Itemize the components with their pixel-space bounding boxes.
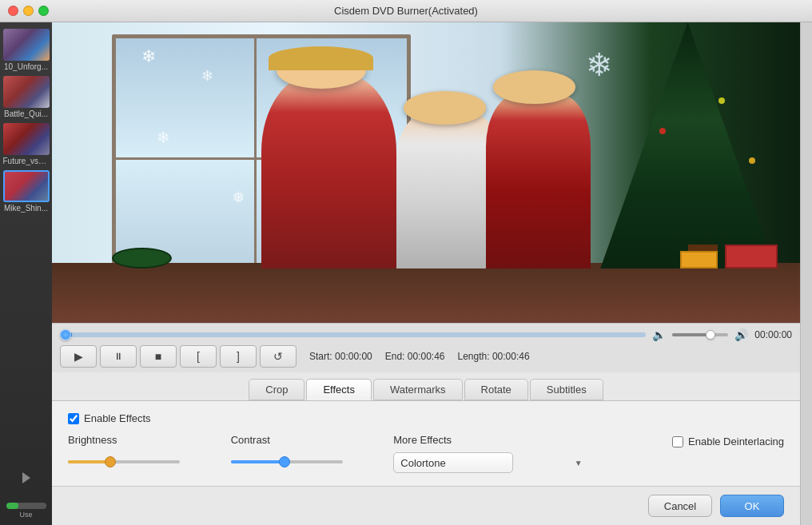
right-scrollbar[interactable] [800, 22, 812, 525]
gift-1 [725, 245, 778, 268]
select-arrow-icon: ▼ [575, 459, 583, 467]
stop-button[interactable]: ■ [140, 345, 177, 368]
main-container: 10_Unforg... Battle_Qui... Future_vs_...… [0, 22, 812, 525]
brightness-thumb[interactable] [105, 456, 116, 467]
tab-effects[interactable]: Effects [306, 379, 372, 400]
loop-icon: ↺ [273, 350, 283, 363]
effects-row: Brightness Contrast More Eff [68, 434, 784, 473]
close-button[interactable] [8, 6, 18, 16]
volume-plus-icon[interactable]: 🔊 [734, 328, 748, 341]
cancel-button[interactable]: Cancel [648, 495, 712, 517]
footer-buttons: Cancel OK [52, 486, 800, 525]
enable-effects-label: Enable Effects [84, 412, 151, 424]
brightness-slider[interactable] [68, 460, 180, 463]
maximize-button[interactable] [38, 6, 49, 16]
button-row: ▶ ⏸ ■ [ ] ↺ Start: 00:00:00 [60, 345, 792, 368]
scene-person3 [486, 94, 591, 268]
ornament-2 [659, 128, 666, 134]
scene-tree [591, 22, 785, 268]
scene-person3-head [493, 70, 575, 103]
snowflake-4: ❄ [157, 128, 170, 147]
thumbnail-label-3: Mike_Shin... [3, 204, 50, 213]
brightness-group: Brightness [68, 434, 231, 463]
contrast-thumb[interactable] [279, 456, 290, 467]
thumbnail-1 [3, 76, 50, 108]
thumbnail-3 [3, 170, 50, 202]
enable-effects-checkbox[interactable] [68, 413, 79, 424]
end-label: End: 00:00:46 [385, 351, 445, 362]
deinterlace-checkbox[interactable] [672, 436, 683, 447]
ok-button[interactable]: OK [720, 495, 784, 517]
pause-button[interactable]: ⏸ [100, 345, 137, 368]
enable-effects-row: Enable Effects [68, 412, 784, 424]
start-label: Start: 00:00:00 [309, 351, 372, 362]
volume-thumb[interactable] [706, 330, 715, 340]
play-button[interactable]: ▶ [60, 345, 97, 368]
storage-bar [6, 503, 46, 509]
deinterlace-group: Enable Deinterlacing [589, 434, 784, 447]
contrast-label: Contrast [231, 434, 394, 446]
storage-indicator: Use [3, 503, 50, 519]
scene-person2-head [404, 91, 486, 124]
ornament-1 [718, 97, 725, 104]
snowflake-6: ❅ [232, 188, 245, 207]
play-icon: ▶ [74, 350, 83, 363]
contrast-group: Contrast [231, 434, 394, 463]
pause-icon: ⏸ [113, 351, 123, 362]
stop-icon: ■ [155, 350, 161, 363]
scene-wreath [112, 248, 172, 268]
snowflake-1: ❄ [141, 46, 156, 67]
tab-rotate[interactable]: Rotate [464, 379, 528, 400]
sidebar: 10_Unforg... Battle_Qui... Future_vs_...… [0, 22, 52, 525]
progress-row: 🔈 🔊 00:00:00 [60, 328, 792, 341]
sidebar-item-0[interactable]: 10_Unforg... [3, 29, 50, 73]
loop-button[interactable]: ↺ [260, 345, 297, 368]
progress-bar[interactable] [60, 332, 646, 337]
current-timecode: 00:00:00 [754, 329, 792, 340]
mark-out-button[interactable]: ] [220, 345, 257, 368]
mark-out-icon: ] [237, 350, 240, 363]
scene-person1-hair [269, 46, 373, 70]
scene-floor [52, 263, 800, 323]
mark-in-button[interactable]: [ [180, 345, 217, 368]
colortone-select[interactable]: Colortone Sepia Grayscale Negative Vigne… [393, 452, 513, 473]
thumbnail-2 [3, 123, 50, 155]
sidebar-item-3[interactable]: Mike_Shin... [3, 170, 50, 214]
sidebar-item-1[interactable]: Battle_Qui... [3, 76, 50, 120]
thumbnail-label-1: Battle_Qui... [3, 109, 50, 118]
window-controls[interactable] [8, 6, 49, 16]
brightness-label: Brightness [68, 434, 231, 446]
length-label: Length: 00:00:46 [458, 351, 530, 362]
thumbnail-label-2: Future_vs_... [3, 157, 50, 165]
controls-area: 🔈 🔊 00:00:00 ▶ ⏸ ■ [52, 323, 800, 372]
tab-subtitles[interactable]: Subtitles [530, 379, 603, 400]
volume-icon[interactable]: 🔈 [652, 328, 666, 341]
snowflake-2: ❄ [201, 67, 213, 85]
scene-person2 [396, 113, 501, 269]
tab-watermarks[interactable]: Watermarks [373, 379, 463, 400]
minimize-button[interactable] [23, 6, 34, 16]
ornament-3 [749, 157, 755, 164]
tab-crop[interactable]: Crop [249, 379, 304, 400]
colortone-wrapper: Colortone Sepia Grayscale Negative Vigne… [393, 452, 588, 473]
video-preview: ❄ ❄ ❅ ❄ ❄ ❅ [52, 22, 800, 323]
title-bar: Cisdem DVD Burner(Activated) [0, 0, 812, 22]
progress-thumb[interactable] [60, 329, 71, 340]
sidebar-item-2[interactable]: Future_vs_... [3, 123, 50, 167]
more-effects-group: More Effects Colortone Sepia Grayscale N… [393, 434, 588, 473]
mark-in-icon: [ [197, 350, 200, 363]
video-frame: ❄ ❄ ❅ ❄ ❄ ❅ [52, 22, 800, 323]
tab-bar: Crop Effects Watermarks Rotate Subtitles [52, 372, 800, 400]
scene-person1 [261, 74, 396, 268]
contrast-slider[interactable] [231, 460, 343, 463]
gift-2 [680, 251, 718, 269]
large-snowflake: ❄ [586, 46, 613, 83]
effects-panel: Enable Effects Brightness Contrast [52, 400, 800, 486]
storage-fill [6, 503, 18, 509]
window-title: Cisdem DVD Burner(Activated) [334, 5, 478, 17]
sidebar-expand-arrow[interactable] [22, 472, 30, 483]
content-area: ❄ ❄ ❅ ❄ ❄ ❅ [52, 22, 800, 525]
volume-bar[interactable] [672, 333, 728, 336]
more-effects-label: More Effects [393, 434, 588, 446]
thumbnail-label-0: 10_Unforg... [3, 62, 50, 71]
